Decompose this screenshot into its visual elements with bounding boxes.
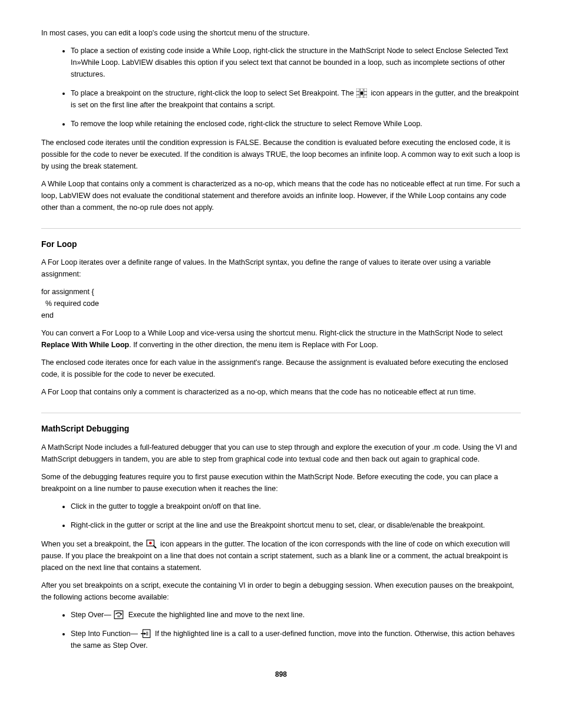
svg-rect-4 <box>361 92 363 95</box>
text-fragment: When you set a breakpoint, the <box>41 540 146 548</box>
svg-rect-7 <box>361 95 363 98</box>
svg-rect-11 <box>114 611 123 619</box>
text-fragment: . If converting in the other direction, … <box>129 341 378 349</box>
intro-text: In most cases, you can edit a loop's cod… <box>41 27 521 39</box>
paragraph: Some of the debugging features require y… <box>41 471 521 495</box>
svg-rect-0 <box>356 88 359 91</box>
paragraph: A For Loop iterates over a definite rang… <box>41 256 521 280</box>
list-item: Step Into Function— If the highlighted l… <box>71 628 521 651</box>
step-over-icon <box>114 610 124 619</box>
paragraph: You can convert a For Loop to a While Lo… <box>41 327 521 351</box>
list-item: To place a section of existing code insi… <box>71 45 521 80</box>
text-fragment: Step Over— <box>71 611 111 619</box>
list-item: Click in the gutter to toggle a breakpoi… <box>71 500 521 512</box>
svg-rect-3 <box>356 92 359 95</box>
svg-rect-8 <box>364 95 367 98</box>
section1-list: To place a section of existing code insi… <box>41 45 521 130</box>
svg-rect-14 <box>147 631 148 635</box>
text-fragment: To place a breakpoint on the structure, … <box>71 89 356 97</box>
debug-list-1: Click in the gutter to toggle a breakpoi… <box>41 500 521 531</box>
divider <box>41 228 521 229</box>
menu-label: Replace With While Loop <box>41 341 129 349</box>
for-loop-heading: For Loop <box>41 238 521 251</box>
svg-rect-1 <box>361 88 363 91</box>
text-fragment: Execute the highlighted line and move to… <box>128 611 305 619</box>
page-number: 898 <box>41 669 521 680</box>
debug-list-2: Step Over— Execute the highlighted line … <box>41 609 521 651</box>
list-item: To place a breakpoint on the structure, … <box>71 87 521 111</box>
svg-rect-2 <box>364 88 367 91</box>
svg-rect-5 <box>364 92 367 95</box>
svg-rect-12 <box>117 615 120 617</box>
step-into-icon <box>140 629 151 638</box>
paragraph: A For Loop that contains only a comment … <box>41 386 521 398</box>
breakpoint-grid-icon <box>356 88 367 97</box>
paragraph: When you set a breakpoint, the icon appe… <box>41 538 521 574</box>
paragraph: A While Loop that contains only a commen… <box>41 178 521 213</box>
debug-heading: MathScript Debugging <box>41 422 521 435</box>
divider <box>41 413 521 413</box>
list-item: Right-click in the gutter or script at t… <box>71 519 521 531</box>
paragraph: The enclosed code iterates once for each… <box>41 357 521 380</box>
text-fragment: If the highlighted line is a call to a u… <box>71 630 515 650</box>
code-block: for assignment { % required code end <box>41 286 521 321</box>
list-item: Step Over— Execute the highlighted line … <box>71 609 521 621</box>
list-item: To remove the loop while retaining the e… <box>71 118 521 130</box>
svg-point-10 <box>149 542 152 545</box>
paragraph: After you set breakpoints on a script, e… <box>41 579 521 603</box>
text-fragment: You can convert a For Loop to a While Lo… <box>41 329 503 337</box>
breakpoint-set-icon <box>146 539 157 548</box>
text-fragment: Step Into Function— <box>71 630 138 638</box>
paragraph: A MathScript Node includes a full-featur… <box>41 442 521 465</box>
paragraph: The enclosed code iterates until the con… <box>41 137 521 172</box>
svg-rect-6 <box>356 95 359 98</box>
